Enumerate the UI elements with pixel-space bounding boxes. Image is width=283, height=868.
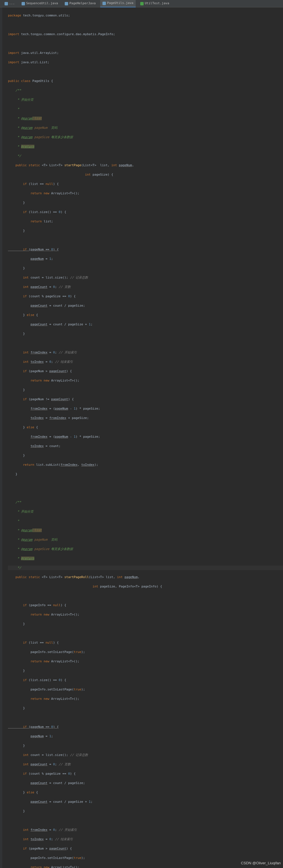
code-text: ) * pageSize; bbox=[76, 407, 100, 410]
code-text: ArrayList<T>(); bbox=[51, 379, 79, 382]
java-icon bbox=[4, 2, 8, 5]
code-text: + pageSize; bbox=[66, 416, 89, 420]
op: = bbox=[48, 351, 53, 354]
java-icon bbox=[22, 2, 25, 5]
javadoc: * bbox=[8, 117, 21, 120]
indent bbox=[8, 800, 30, 804]
keyword: int bbox=[8, 351, 30, 354]
brace: } bbox=[8, 669, 25, 673]
param-name: pageNum bbox=[124, 575, 138, 579]
semi: ; bbox=[51, 360, 55, 364]
tab-1[interactable]: ... bbox=[2, 0, 17, 7]
keyword: import bbox=[8, 51, 19, 55]
var-name: pageCount bbox=[30, 285, 48, 289]
brace: } bbox=[8, 332, 25, 336]
semi: ; bbox=[55, 285, 59, 289]
code-text: (list == bbox=[29, 182, 46, 186]
keyword: return bbox=[8, 463, 36, 467]
var-name: pageCount bbox=[30, 304, 48, 308]
comment: // 开始索引 bbox=[59, 351, 77, 354]
class-name: PageUtils bbox=[30, 79, 51, 83]
code-text: (pageNum == bbox=[29, 725, 51, 729]
editor-tabs: ... SequenceUtil.java PageHelperJava Pag… bbox=[0, 0, 283, 7]
indent bbox=[8, 257, 30, 261]
javadoc: */ bbox=[8, 154, 21, 158]
brace: { bbox=[51, 79, 53, 83]
code-text: ArrayList<T>(); bbox=[51, 613, 79, 616]
brace: ) { bbox=[68, 397, 74, 401]
var-name: fromIndex bbox=[30, 435, 48, 438]
javadoc: * 开始分页 bbox=[8, 98, 33, 101]
keyword: if bbox=[8, 182, 29, 186]
method-name: startPage bbox=[64, 163, 82, 167]
javadoc-tag: @return bbox=[21, 557, 34, 560]
keyword: int bbox=[117, 575, 124, 579]
java-icon bbox=[65, 2, 68, 5]
params: (List<T> list, bbox=[81, 163, 111, 167]
keyword: if bbox=[8, 210, 29, 214]
tab-sequenceutil[interactable]: SequenceUtil.java bbox=[19, 0, 60, 7]
indent bbox=[8, 322, 30, 326]
comment: // 开始索引 bbox=[59, 828, 77, 832]
comment: // 结束索引 bbox=[55, 360, 73, 364]
code-editor[interactable]: package tech.tongyu.common.utils; import… bbox=[0, 7, 283, 868]
brace: ) { bbox=[53, 248, 59, 251]
brace: } bbox=[8, 809, 25, 813]
javadoc: * bbox=[8, 538, 21, 541]
semi: ; bbox=[51, 837, 55, 841]
op: = bbox=[48, 285, 53, 289]
code-text: ArrayList<T>(); bbox=[51, 697, 79, 701]
keyword: return new bbox=[8, 697, 51, 701]
javadoc-tag: @return bbox=[21, 145, 34, 148]
var-name: fromIndex bbox=[30, 828, 48, 832]
number: 0 bbox=[68, 772, 70, 776]
method-name: startPageRoll bbox=[64, 575, 89, 579]
keyword: if bbox=[8, 248, 29, 251]
javadoc: 每页多少条数据 bbox=[49, 547, 73, 551]
javadoc: * bbox=[8, 126, 21, 130]
op: = bbox=[44, 837, 49, 841]
var-name: pageCount bbox=[30, 781, 48, 785]
var-name: toIndex bbox=[30, 444, 44, 448]
javadoc: */ bbox=[8, 566, 21, 569]
tab-utiltest[interactable]: UtilTest.java bbox=[138, 0, 171, 7]
javadoc: * 开始分页 bbox=[8, 510, 33, 514]
op: = bbox=[44, 734, 49, 738]
code-content[interactable]: package tech.tongyu.common.utils; import… bbox=[8, 8, 283, 868]
brace: } bbox=[8, 229, 25, 232]
code-text: = count / pageSize + bbox=[48, 322, 89, 326]
javadoc: * bbox=[8, 519, 19, 523]
op: = ( bbox=[48, 435, 55, 438]
tab-pagehelper[interactable]: PageHelperJava bbox=[62, 0, 98, 7]
keyword: else bbox=[27, 313, 36, 317]
code-text: ) * pageSize; bbox=[76, 435, 100, 438]
var-name: toIndex bbox=[81, 463, 94, 467]
op: - bbox=[68, 407, 74, 410]
keyword: if bbox=[8, 678, 29, 682]
tab-pageutils[interactable]: PageUtils.java bbox=[100, 0, 136, 7]
code-text: ); bbox=[94, 463, 98, 467]
keyword: int bbox=[8, 837, 30, 841]
params: pageSize) { bbox=[92, 173, 113, 177]
comma: , bbox=[78, 463, 81, 467]
javadoc: /** bbox=[8, 89, 21, 92]
javadoc: 页码 bbox=[48, 126, 57, 130]
code-text: (count % pageSize == bbox=[29, 294, 68, 298]
var-name: pageCount bbox=[30, 763, 48, 766]
indent bbox=[8, 734, 30, 738]
javadoc-tag: @param bbox=[21, 528, 32, 532]
comma: , bbox=[132, 163, 134, 167]
code-text: ArrayList<T>(); bbox=[51, 191, 79, 195]
indent bbox=[8, 585, 92, 588]
brace: ) { bbox=[70, 772, 76, 776]
java-icon bbox=[103, 2, 106, 5]
indent bbox=[8, 781, 30, 785]
javadoc-tag: @param bbox=[21, 538, 32, 541]
javadoc: * bbox=[8, 107, 19, 111]
javadoc: * bbox=[8, 557, 21, 560]
keyword: import bbox=[8, 60, 19, 64]
number: 0 bbox=[53, 828, 55, 832]
code-text: pageInfo.setIsLastPage( bbox=[8, 688, 74, 691]
semi: ; bbox=[51, 257, 53, 261]
comment: // 页数 bbox=[59, 285, 71, 289]
